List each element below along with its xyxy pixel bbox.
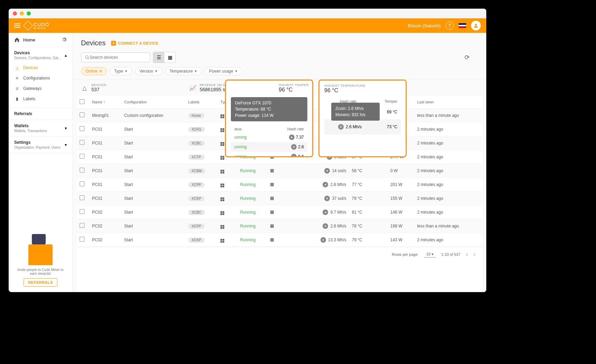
connect-device-button[interactable]: + CONNECT A DEVICE [111,41,159,46]
row-checkbox[interactable] [80,168,84,172]
filter-online[interactable]: Online✕ [81,67,107,75]
cell-hashrate: ●9.7 Mh/s [307,209,346,215]
cell-lastseen: 2 minutes ago [414,192,482,205]
callout-load-tooltip: HIGHEST TEMPER 96 °C GeForce GTX 1070 Te… [225,80,313,157]
refresh-icon[interactable]: ⟳ [464,54,470,61]
rows-per-page-select[interactable]: 10 ▾ [424,251,435,258]
table-row[interactable]: PC02 Start XCPP Running ●2.6 Mh/s 78 °C … [77,219,482,233]
filter-version[interactable]: Version▼ [135,67,162,75]
minimize-window-icon[interactable] [20,11,24,16]
maximize-window-icon[interactable] [27,11,31,16]
caret-down-icon: ▼ [194,69,197,73]
label-pill: XCPP [188,182,205,187]
table-row[interactable]: PC01 Start XCPP Running ●2.6 Mh/s 77 °C … [77,178,482,192]
stat-devices: △ DEVICES 537 [81,83,106,92]
cell-temp: 58 °C [349,164,388,178]
close-window-icon[interactable] [13,11,17,16]
cell-config: Start [121,136,186,150]
cell-power: 155 W [388,192,414,205]
triangle-icon: △ [14,65,20,71]
row-checkbox[interactable] [80,223,84,228]
row-checkbox[interactable] [80,126,84,131]
grid-view-button[interactable]: ▦ [164,52,175,63]
windows-icon [220,225,224,229]
row-checkbox[interactable] [80,112,84,117]
list-view-button[interactable]: ☰ [153,52,164,63]
filter-temperature[interactable]: Temperature▼ [165,67,202,75]
language-flag-icon[interactable] [459,23,466,28]
cell-hashrate: ●2.6 Mh/s [307,182,346,187]
coin-icon: ● [324,196,330,201]
sidebar-item-gateways[interactable]: ⎚ Gateways [14,83,67,94]
sidebar-home[interactable]: Home [9,33,72,47]
cell-status: Running [237,192,268,205]
cell-power: 201 W [388,178,414,192]
windows-icon [220,114,224,118]
label-pill: XCTP [188,155,205,160]
chevron-down-icon: ▾ [65,126,67,131]
cell-name: PC01 [89,136,121,150]
select-all-checkbox[interactable] [80,99,84,104]
cell-config: Start [121,164,186,178]
col-config[interactable]: Configuration [121,96,186,109]
cell-hashrate: ●13.3 Mh/s [307,237,346,243]
cell-power: 0 W [388,164,414,178]
row-checkbox[interactable] [80,140,84,145]
row-checkbox[interactable] [80,209,84,214]
coin-icon: ● [323,182,328,187]
rows-per-page-label: Rows per page: [392,252,418,256]
coin-icon: ● [291,154,297,157]
help-icon[interactable]: ? [445,21,454,30]
sidebar-section-devices[interactable]: Devices Devices, Configurations, Gat... … [14,50,67,60]
col-lastseen[interactable]: Last seen [414,96,482,109]
cell-lastseen: less than a minute ago [414,109,482,122]
cell-name: PC02 [89,233,121,247]
sidebar-section-referrals[interactable]: Referrals [14,111,67,116]
caret-down-icon: ▼ [235,69,238,73]
gpu-tooltip: GeForce GTX 1070 Temperature: 68 °C Powe… [231,97,307,121]
cell-config: Start [121,122,186,136]
col-labels[interactable]: Labels [186,96,218,109]
table-row[interactable]: PC02 Start XCBC Running ●9.7 Mh/s 81 °C … [77,205,482,219]
sidebar-section-settings[interactable]: Settings Organisation, Payment, Users ▾ [14,140,67,149]
cell-power: 146 W [388,205,414,219]
cell-hashrate: ●14 sol/s [307,168,346,174]
row-checkbox[interactable] [80,195,84,200]
avatar-icon[interactable] [471,21,481,30]
currency-label[interactable]: Bitcoin (Satoshi) [408,23,441,28]
page-title: Devices [81,39,106,47]
cell-status: Running [237,178,268,192]
search-input[interactable] [81,53,150,62]
row-checkbox[interactable] [80,181,84,186]
table-row[interactable]: PC01 Start XCBM Running ●14 sol/s 58 °C … [77,164,482,178]
referral-promo: Invite people to Cudo Miner to earn rewa… [9,239,72,292]
sidebar-item-configurations[interactable]: ≡ Configurations [14,73,67,83]
menu-icon[interactable] [14,24,20,28]
coin-icon: ● [323,223,328,229]
sidebar-item-devices[interactable]: △ Devices [14,63,67,73]
cell-config: Start [121,150,186,164]
filter-power[interactable]: Power usage▼ [205,67,242,75]
cell-temp: 77 °C [349,178,388,192]
table-row[interactable]: PC02 Start XCKP Running ●13.3 Mh/s 79 °C… [77,233,482,247]
load-indicator [270,169,301,172]
next-page-button[interactable]: › [473,251,475,258]
sidebar-section-wallets[interactable]: Wallets Wallets, Transactions ▾ [14,123,67,133]
cell-name: PC01 [89,150,121,164]
filter-type[interactable]: Type▼ [110,67,132,75]
gear-icon[interactable] [61,37,67,43]
row-checkbox[interactable] [80,154,84,159]
cell-status: Running [237,164,268,178]
referrals-button[interactable]: REFERRALS [24,278,57,287]
referral-promo-text: Invite people to Cudo Miner to earn rewa… [14,268,67,276]
row-checkbox[interactable] [80,237,84,242]
table-row[interactable]: PC01 Start XCKP Running ●37 sol/s 79 °C … [77,192,482,205]
label-pill: Home [188,113,205,118]
cell-name: PC01 [89,122,121,136]
close-icon[interactable]: ✕ [99,69,102,74]
prev-page-button[interactable]: ‹ [466,251,468,258]
col-name[interactable]: Name ↑ [89,96,121,109]
sidebar-item-labels[interactable]: ▮ Labels [14,94,67,104]
windows-icon [220,170,224,174]
cell-temp: 79 °C [349,233,388,247]
